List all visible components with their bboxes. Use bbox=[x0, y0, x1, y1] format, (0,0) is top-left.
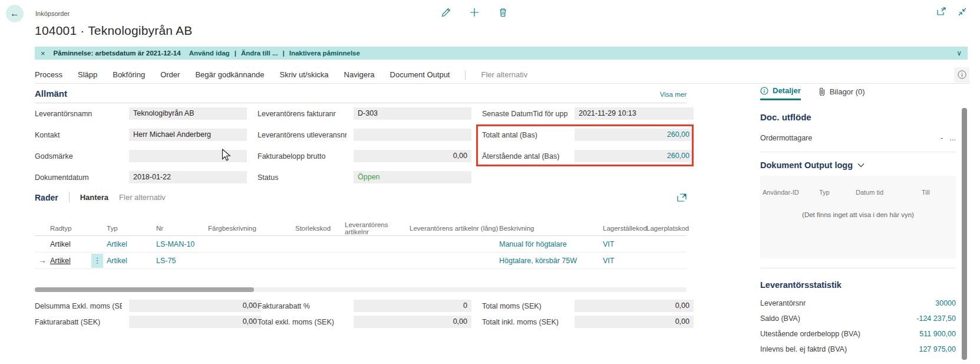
collapse-icon[interactable] bbox=[958, 7, 967, 17]
expand-lines-icon[interactable] bbox=[677, 194, 687, 202]
field-value[interactable]: 2018-01-22 bbox=[129, 171, 247, 183]
field-value[interactable]: Herr Michael Anderberg bbox=[129, 129, 247, 141]
lines-menu-fler-alternativ[interactable]: Fler alternativ bbox=[119, 193, 166, 202]
field-value[interactable]: 260,00 bbox=[575, 129, 694, 141]
section-title-allmant[interactable]: Allmänt bbox=[35, 88, 67, 99]
field-label: Delsumma Exkl. moms (SEK) bbox=[35, 302, 122, 310]
stat-value[interactable]: -124 237,50 bbox=[916, 314, 956, 323]
divider bbox=[760, 152, 956, 152]
assist-edit-button[interactable]: ... bbox=[950, 134, 956, 142]
general-column-1: Leverantörsnamn Teknologibyrån AB Kontak… bbox=[35, 107, 240, 192]
new-icon[interactable] bbox=[469, 7, 480, 18]
menu-item-begar-godkannande[interactable]: Begär godkännande bbox=[195, 70, 264, 79]
cell-lagerstallekod[interactable]: VIT bbox=[603, 257, 646, 265]
field-value[interactable]: D-303 bbox=[354, 107, 471, 120]
menu-item-skriv-ut-skicka[interactable]: Skriv ut/skicka bbox=[279, 70, 328, 79]
menu-item-process[interactable]: Process bbox=[35, 70, 62, 79]
menu-item-fler-alternativ[interactable]: Fler alternativ bbox=[481, 70, 527, 79]
col-header-typ[interactable]: Typ bbox=[107, 225, 156, 232]
stat-value[interactable]: 30000 bbox=[935, 299, 956, 307]
col-header-lagerstallekod[interactable]: Lagerställekod bbox=[603, 225, 646, 232]
status-badge[interactable]: Öppen bbox=[354, 171, 471, 183]
field-label: Dokumentdatum bbox=[35, 173, 122, 182]
cell-beskrivning[interactable]: Högtalare, körsbär 75W bbox=[499, 257, 603, 265]
col-header-radtyp[interactable]: Radtyp bbox=[50, 225, 91, 232]
open-in-window-icon[interactable] bbox=[937, 7, 947, 17]
cell-typ[interactable]: Artikel bbox=[107, 257, 156, 265]
field-label: Totalt inkl. moms (SEK) bbox=[482, 318, 567, 326]
field-value[interactable]: Teknologibyrån AB bbox=[129, 107, 247, 120]
field-value[interactable]: 0,00 bbox=[575, 300, 694, 312]
tab-detaljer[interactable]: Detaljer bbox=[760, 86, 801, 100]
edit-icon[interactable] bbox=[441, 7, 451, 18]
cell-beskrivning[interactable]: Manual för högtalare bbox=[499, 240, 603, 248]
field-value[interactable]: 260,00 bbox=[575, 150, 694, 162]
cell-nr[interactable]: LS-75 bbox=[156, 257, 208, 265]
factbox-pane: Detaljer Bilagor (0) Doc. utflöde Orderm… bbox=[760, 86, 956, 353]
field-value[interactable]: - bbox=[941, 134, 943, 142]
window-actions bbox=[937, 7, 967, 17]
cell-radtyp[interactable]: Artikel bbox=[50, 240, 91, 248]
field-value[interactable]: 2021-11-29 10:13 bbox=[575, 107, 694, 120]
field-value[interactable]: 0,00 bbox=[129, 300, 261, 312]
row-menu-icon[interactable]: ⋮ bbox=[91, 254, 103, 268]
notification-action-deactivate[interactable]: Inaktivera påminnelse bbox=[289, 50, 360, 57]
stat-label: Leverantörsnr bbox=[760, 299, 806, 307]
stat-value[interactable]: 127 975,00 bbox=[919, 345, 956, 353]
lines-menu-hantera[interactable]: Hantera bbox=[80, 193, 108, 202]
col-header-leverantorens-artikelnr-lang[interactable]: Leverantörens artikelnr (lång) bbox=[410, 225, 499, 232]
field-value[interactable]: 0,00 bbox=[575, 316, 694, 328]
show-more-link[interactable]: Visa mer bbox=[660, 91, 687, 98]
output-log-header: Användar-ID Typ Datum tid Till bbox=[763, 189, 953, 196]
col-header-fargbeskrivning[interactable]: Färgbeskrivning bbox=[208, 225, 295, 232]
notification-action-change-to[interactable]: Ändra till ... bbox=[241, 50, 278, 57]
section-title-rader[interactable]: Rader bbox=[35, 193, 58, 202]
back-button[interactable]: ← bbox=[6, 5, 24, 22]
horizontal-scrollbar[interactable] bbox=[35, 287, 687, 292]
horizontal-scrollbar-thumb[interactable] bbox=[35, 287, 254, 292]
menu-item-navigera[interactable]: Navigera bbox=[344, 70, 375, 79]
cell-lagerstallekod[interactable]: VIT bbox=[603, 240, 646, 248]
info-icon bbox=[760, 87, 768, 95]
cell-radtyp[interactable]: Artikel bbox=[50, 257, 91, 265]
menu-item-slapp[interactable]: Släpp bbox=[78, 70, 97, 79]
field-label: Fakturarabatt (SEK) bbox=[35, 318, 122, 326]
vertical-scrollbar-thumb[interactable] bbox=[962, 108, 967, 360]
stat-value[interactable]: 511 900,00 bbox=[919, 330, 956, 338]
close-icon[interactable]: × bbox=[41, 49, 45, 58]
stat-utestaende-orderbelopp: Utestående orderbelopp (BVA) 511 900,00 bbox=[760, 330, 956, 338]
col-header-beskrivning[interactable]: Beskrivning bbox=[499, 225, 603, 232]
totals-column-2: Fakturarabatt % 0 Total exkl. moms (SEK)… bbox=[258, 300, 464, 332]
menu-item-order[interactable]: Order bbox=[160, 70, 180, 79]
factbox-section-header-output-log[interactable]: Dokument Output logg bbox=[760, 160, 956, 170]
cell-typ[interactable]: Artikel bbox=[107, 240, 156, 248]
table-row-selected[interactable]: → Artikel ⋮ Artikel LS-75 Högtalare, kör… bbox=[35, 252, 687, 269]
col-header-lagerplatskod[interactable]: Lagerplatskod bbox=[646, 225, 687, 232]
field-value[interactable]: 0,00 bbox=[129, 316, 261, 328]
cell-nr[interactable]: LS-MAN-10 bbox=[156, 240, 208, 248]
field-value[interactable]: 0 bbox=[354, 300, 471, 312]
delete-icon[interactable] bbox=[497, 7, 508, 18]
notification-message: Påminnelse: arbetsdatum är 2021-12-14 bbox=[54, 50, 181, 57]
tab-bilagor[interactable]: Bilagor (0) bbox=[819, 86, 865, 100]
col-header-nr[interactable]: Nr bbox=[156, 225, 208, 232]
field-value[interactable] bbox=[354, 129, 471, 141]
col-header-storlekskod[interactable]: Storlekskod bbox=[295, 225, 345, 232]
menu-item-document-output[interactable]: Document Output bbox=[390, 70, 450, 79]
field-value[interactable]: 0,00 bbox=[354, 316, 471, 328]
stat-label: Saldo (BVA) bbox=[760, 314, 800, 323]
info-icon[interactable] bbox=[954, 67, 969, 83]
totals-column-1: Delsumma Exkl. moms (SEK) 0,00 Fakturara… bbox=[35, 300, 254, 332]
notification-action-use-today[interactable]: Använd idag bbox=[189, 50, 230, 57]
field-value[interactable]: 0,00 bbox=[354, 150, 471, 162]
field-leverantorens-utleveransnr: Leverantörens utleveransnr bbox=[258, 129, 464, 141]
breadcrumb[interactable]: Inköpsorder bbox=[35, 10, 70, 17]
chevron-down-icon[interactable]: ∨ bbox=[956, 49, 962, 57]
factbox-section-title-doc-utflode: Doc. utflöde bbox=[760, 112, 956, 122]
field-total-exkl-moms: Total exkl. moms (SEK) 0,00 bbox=[258, 316, 464, 328]
table-row[interactable]: Artikel Artikel LS-MAN-10 Manual för hög… bbox=[35, 236, 687, 252]
divider bbox=[760, 268, 956, 268]
field-fakturarabatt-sek: Fakturarabatt (SEK) 0,00 bbox=[35, 316, 254, 328]
col-header-leverantorens-artikelnr[interactable]: Leverantörens artikelnr bbox=[345, 221, 410, 235]
menu-item-bokforing[interactable]: Bokföring bbox=[113, 70, 145, 79]
